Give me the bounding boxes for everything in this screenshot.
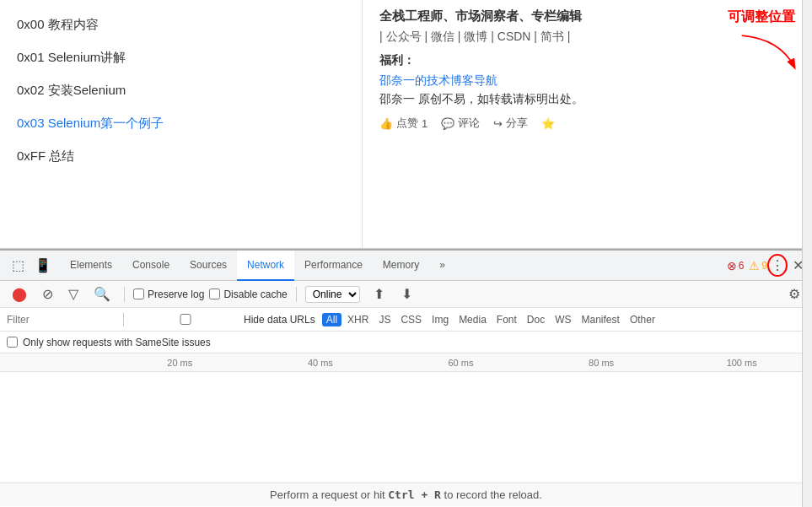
import-export-group: ⬆ ⬇ (368, 283, 417, 305)
fuli-label: 福利： (379, 53, 795, 68)
error-icon: ⊗ (727, 259, 737, 272)
error-badge: ⊗ 6 ⚠ 9 (727, 259, 767, 272)
filter-type-all[interactable]: All (322, 313, 341, 326)
content-scrollbar[interactable] (802, 0, 812, 507)
devtools-tabs-bar: ⬚ 📱 Elements Console Sources Network Per… (0, 251, 812, 281)
warning-count: 9 (761, 260, 767, 272)
stop-button[interactable]: ⊘ (37, 283, 58, 305)
tab-network[interactable]: Network (237, 251, 294, 281)
tab-performance[interactable]: Performance (294, 251, 373, 281)
filter-icon-button[interactable]: ▽ (63, 283, 83, 305)
hide-data-urls-text: Hide data URLs (244, 314, 315, 326)
like-count: 1 (422, 117, 428, 130)
throttle-select[interactable]: Online (305, 286, 360, 303)
inspect-icon[interactable]: ⬚ (8, 256, 28, 275)
comment-action[interactable]: 💬 评论 (441, 116, 480, 131)
menu-item-0[interactable]: 0x00 教程内容 (17, 8, 345, 41)
filter-type-ws[interactable]: WS (551, 313, 575, 326)
filter-type-css[interactable]: CSS (396, 313, 426, 326)
devtools-more-button[interactable]: ⋮ (767, 254, 788, 277)
ruler-100ms: 100 ms (671, 358, 812, 368)
ruler-80ms: 80 ms (531, 358, 672, 368)
filter-bar: Hide data URLs All XHR JS CSS Img Media … (0, 308, 812, 332)
menu-item-4[interactable]: 0xFF 总结 (17, 140, 345, 173)
ruler-marks: 20 ms 40 ms 60 ms 80 ms 100 ms (110, 358, 812, 368)
filter-type-img[interactable]: Img (428, 313, 453, 326)
comment-label: 评论 (458, 116, 480, 131)
samesite-label: Only show requests with SameSite issues (23, 337, 211, 348)
toolbar-sep-2 (296, 287, 297, 302)
star-action[interactable]: ⭐ (541, 117, 555, 130)
ruler-60ms: 60 ms (390, 358, 531, 368)
warning-icon: ⚠ (749, 259, 760, 272)
filter-type-media[interactable]: Media (454, 313, 491, 326)
samesite-bar: Only show requests with SameSite issues (0, 332, 812, 353)
timeline-empty (0, 372, 812, 483)
share-label: 分享 (506, 116, 528, 131)
like-label: 点赞 (396, 116, 418, 131)
post-actions: 👍 点赞1 💬 评论 ↪ 分享 ⭐ (379, 116, 795, 131)
status-text: Perform a request or hit Ctrl + R to rec… (270, 488, 542, 501)
filter-types: All XHR JS CSS Img Media Font Doc WS Man… (322, 313, 659, 326)
filter-input[interactable] (7, 314, 116, 326)
status-text-before: Perform a request or hit (270, 488, 388, 501)
right-panel: 全栈工程师、市场洞察者、专栏编辑 | 公众号 | 微信 | 微博 | CSDN … (363, 0, 812, 248)
filter-type-font[interactable]: Font (492, 313, 521, 326)
tab-console[interactable]: Console (122, 251, 180, 281)
menu-item-1[interactable]: 0x01 Selenium讲解 (17, 41, 345, 74)
annotation: 可调整位置 (728, 8, 795, 26)
samesite-checkbox[interactable] (7, 337, 18, 348)
tab-memory[interactable]: Memory (373, 251, 429, 281)
disable-cache-checkbox[interactable] (209, 289, 220, 299)
devtools-panel: ⬚ 📱 Elements Console Sources Network Per… (0, 249, 812, 506)
share-icon: ↪ (493, 117, 503, 130)
like-icon: 👍 (379, 117, 393, 130)
nav-link[interactable]: 邵奈一的技术博客导航 (379, 73, 795, 89)
left-panel: 0x00 教程内容 0x01 Selenium讲解 0x02 安装Seleniu… (0, 0, 363, 248)
status-bar: Perform a request or hit Ctrl + R to rec… (0, 483, 812, 506)
preserve-log-checkbox[interactable] (133, 289, 144, 299)
filter-type-doc[interactable]: Doc (523, 313, 549, 326)
comment-icon: 💬 (441, 117, 454, 130)
ruler-40ms: 40 ms (250, 358, 391, 368)
devtools-icon-group: ⬚ 📱 (3, 256, 60, 275)
search-button[interactable]: 🔍 (89, 283, 116, 305)
timeline-ruler: 20 ms 40 ms 60 ms 80 ms 100 ms (0, 353, 812, 372)
status-shortcut: Ctrl + R (388, 488, 441, 501)
download-button[interactable]: ⬇ (396, 283, 417, 305)
hide-data-urls-checkbox[interactable] (131, 314, 240, 325)
tab-sources[interactable]: Sources (180, 251, 237, 281)
record-button[interactable]: ⬤ (7, 283, 32, 305)
ruler-20ms: 20 ms (110, 358, 250, 368)
annotation-text: 可调整位置 (728, 8, 795, 26)
content-area: 0x00 教程内容 0x01 Selenium讲解 0x02 安装Seleniu… (0, 0, 812, 249)
disable-cache-text: Disable cache (223, 289, 287, 300)
filter-type-other[interactable]: Other (626, 313, 659, 326)
like-action[interactable]: 👍 点赞1 (379, 116, 428, 131)
tab-more[interactable]: » (429, 251, 455, 281)
filter-type-xhr[interactable]: XHR (343, 313, 373, 326)
devtools-toolbar: ⬤ ⊘ ▽ 🔍 Preserve log Disable cache Onlin… (0, 281, 812, 308)
right-links: | 公众号 | 微信 | 微博 | CSDN | 简书 | (379, 30, 795, 45)
filter-type-js[interactable]: JS (374, 313, 395, 326)
preserve-log-label[interactable]: Preserve log (133, 289, 204, 300)
menu-item-3[interactable]: 0x03 Selenium第一个例子 (17, 107, 345, 140)
menu-item-2[interactable]: 0x02 安装Selenium (17, 74, 345, 107)
upload-button[interactable]: ⬆ (368, 283, 390, 305)
preserve-log-text: Preserve log (148, 289, 204, 300)
filter-type-manifest[interactable]: Manifest (578, 313, 624, 326)
share-action[interactable]: ↪ 分享 (493, 116, 528, 131)
device-icon[interactable]: 📱 (31, 256, 55, 275)
tab-elements[interactable]: Elements (60, 251, 122, 281)
annotation-arrow (736, 32, 804, 74)
toolbar-sep-1 (124, 287, 125, 302)
hide-data-urls-label[interactable]: Hide data URLs (131, 314, 315, 326)
filter-sep (123, 313, 124, 326)
status-text-after: to record the reload. (444, 488, 542, 501)
error-count: 6 (739, 260, 745, 272)
note-text: 邵奈一 原创不易，如转载请标明出处。 (379, 92, 795, 107)
disable-cache-label[interactable]: Disable cache (209, 289, 287, 300)
